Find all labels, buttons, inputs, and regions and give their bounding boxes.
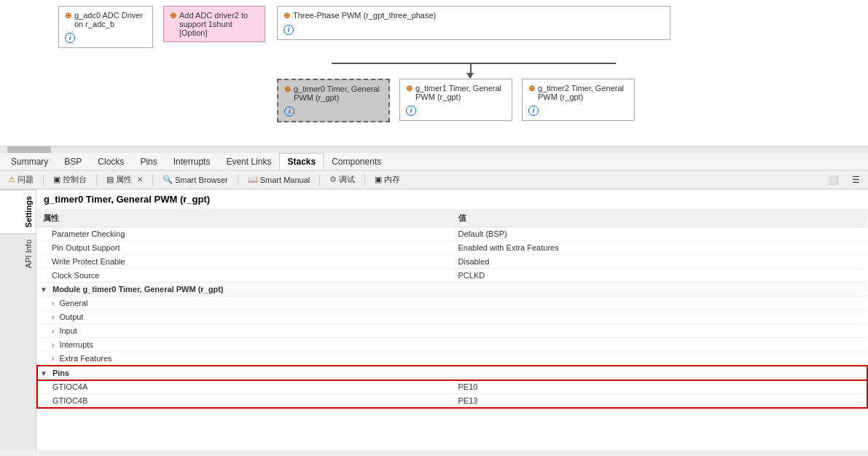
node-timer1-info[interactable]: i <box>406 106 416 116</box>
console-icon: ▣ <box>53 175 60 184</box>
table-row[interactable]: GTIOC4B PE13 <box>37 394 867 409</box>
smart-manual-btn[interactable]: 📖 Smart Manual <box>243 173 315 186</box>
memory-label: 内存 <box>384 174 400 185</box>
chevron-extra-features: › <box>52 355 54 363</box>
tab-summary[interactable]: Summary <box>3 153 56 170</box>
console-btn[interactable]: ▣ 控制台 <box>48 172 92 187</box>
table-row[interactable]: Pin Output Support Enabled with Extra Fe… <box>37 241 867 255</box>
subgroup-output: › Output <box>37 310 453 324</box>
tab-event-links[interactable]: Event Links <box>218 153 279 170</box>
debug-label: 调试 <box>339 174 355 185</box>
group-pins-val <box>453 366 868 380</box>
smart-browser-icon: 🔍 <box>163 175 173 184</box>
tab-stacks[interactable]: Stacks <box>279 153 324 170</box>
node-timer0[interactable]: ⊕ g_timer0 Timer, General PWM (r_gpt) i <box>277 79 390 122</box>
prop-name-pin-out: Pin Output Support <box>37 241 453 255</box>
table-row-module-group[interactable]: ▼ Module g_timer0 Timer, General PWM (r_… <box>37 283 867 296</box>
table-row[interactable]: GTIOC4A PE10 <box>37 380 867 394</box>
tabs-bar: Summary BSP Clocks Pins Interrupts Event… <box>0 153 868 170</box>
sep4 <box>238 174 238 186</box>
node-timer2[interactable]: ⊕ g_timer2 Timer, General PWM (r_gpt) i <box>522 79 635 121</box>
subgroup-general: › General <box>37 296 453 310</box>
panel-title: g_timer0 Timer, General PWM (r_gpt) <box>36 189 868 210</box>
node-adc-driver2[interactable]: ⊕ Add ADC driver2 to support 1shunt [Opt… <box>163 6 265 42</box>
action-icon2: ☰ <box>852 175 860 185</box>
chevron-interrupts: › <box>52 341 54 349</box>
table-row[interactable]: Clock Source PCLKD <box>37 269 867 283</box>
prop-val-clock-source: PCLKD <box>453 269 868 283</box>
node-timer0-title: g_timer0 Timer, General PWM (r_gpt) <box>294 84 383 102</box>
left-tab-settings[interactable]: Settings <box>0 189 36 233</box>
subgroup-extra-features: › Extra Features <box>37 352 453 366</box>
node-adc0[interactable]: ⊕ g_adc0 ADC Driver on r_adc_b i <box>58 6 153 48</box>
properties-icon: ▤ <box>106 175 114 184</box>
node-three-phase[interactable]: ⊕ Three-Phase PWM (r_gpt_three_phase) i <box>277 6 670 40</box>
table-row[interactable]: › Input <box>37 324 867 338</box>
action-icon1: ⬜ <box>828 175 839 185</box>
prop-name-write-protect: Write Protect Enable <box>37 255 453 269</box>
node-three-phase-info[interactable]: i <box>284 25 294 35</box>
sep3 <box>152 174 153 186</box>
memory-btn[interactable]: ▣ 内存 <box>370 172 405 187</box>
main-area: Settings API Info g_timer0 Timer, Genera… <box>0 189 868 450</box>
smart-browser-btn[interactable]: 🔍 Smart Browser <box>157 173 233 186</box>
table-row[interactable]: Parameter Checking Default (BSP) <box>37 227 867 241</box>
tab-bsp[interactable]: BSP <box>56 153 90 170</box>
tab-interrupts[interactable]: Interrupts <box>165 153 219 170</box>
node-adc-driver2-icon: ⊕ <box>170 11 176 20</box>
chevron-pins: ▼ <box>40 369 47 377</box>
arrow-down <box>466 73 474 79</box>
chevron-input: › <box>52 327 54 335</box>
table-row[interactable]: › General <box>37 296 867 310</box>
problems-icon: ⚠ <box>8 175 15 184</box>
problems-label: 问题 <box>17 174 34 185</box>
smart-manual-label: Smart Manual <box>260 176 310 184</box>
console-label: 控制台 <box>63 174 87 185</box>
node-adc-driver2-title: Add ADC driver2 to support 1shunt [Optio… <box>179 11 259 37</box>
debug-btn[interactable]: ⚙ 调试 <box>324 172 360 187</box>
sep2 <box>96 174 97 186</box>
prop-val-param-check: Default (BSP) <box>453 227 868 241</box>
table-row[interactable]: › Output <box>37 310 867 324</box>
node-timer2-icon: ⊕ <box>528 84 535 93</box>
node-adc0-icon: ⊕ <box>65 11 71 20</box>
prop-val-gtioc4b: PE13 <box>453 394 868 409</box>
node-timer1-icon: ⊕ <box>406 84 413 93</box>
table-row[interactable]: Write Protect Enable Disabled <box>37 255 867 269</box>
node-timer1[interactable]: ⊕ g_timer1 Timer, General PWM (r_gpt) i <box>399 79 512 121</box>
problems-btn[interactable]: ⚠ 问题 <box>3 172 39 187</box>
table-row[interactable]: › Extra Features <box>37 352 867 366</box>
toolbar-action-btn1[interactable]: ⬜ <box>823 173 844 187</box>
group-module-name: ▼ Module g_timer0 Timer, General PWM (r_… <box>37 283 453 296</box>
prop-gtioc4a: GTIOC4A <box>37 380 453 394</box>
col-header-attr: 属性 <box>37 210 453 227</box>
table-row[interactable]: › Interrupts <box>37 338 867 352</box>
h-scrollbar[interactable] <box>0 146 868 153</box>
left-tab-api-info[interactable]: API Info <box>0 233 36 274</box>
sep5 <box>319 174 320 186</box>
properties-btn[interactable]: ▤ 属性 ✕ <box>101 172 148 187</box>
properties-label: 属性 <box>116 174 132 185</box>
node-three-phase-title: Three-Phase PWM (r_gpt_three_phase) <box>293 11 436 20</box>
subgroup-interrupts: › Interrupts <box>37 338 453 352</box>
tab-components[interactable]: Components <box>324 153 389 170</box>
table-row-pins-group[interactable]: ▼ Pins <box>37 366 867 380</box>
properties-close[interactable]: ✕ <box>137 176 143 184</box>
debug-icon: ⚙ <box>329 175 337 184</box>
chevron-general: › <box>52 299 54 307</box>
sep6 <box>364 174 365 186</box>
prop-val-pin-out: Enabled with Extra Features <box>453 241 868 255</box>
sep1 <box>43 174 44 186</box>
node-three-phase-icon: ⊕ <box>284 11 290 20</box>
tab-clocks[interactable]: Clocks <box>90 153 132 170</box>
toolbar-action-btn2[interactable]: ☰ <box>847 173 865 187</box>
canvas-area: ⊕ g_adc0 ADC Driver on r_adc_b i ⊕ Add A… <box>0 0 868 153</box>
tab-pins[interactable]: Pins <box>132 153 165 170</box>
group-pins-name: ▼ Pins <box>37 366 453 380</box>
connector-line-h2 <box>470 63 616 64</box>
node-timer0-info[interactable]: i <box>284 106 294 117</box>
prop-name-clock-source: Clock Source <box>37 269 453 283</box>
node-timer2-info[interactable]: i <box>528 106 539 116</box>
scrollbar-thumb[interactable] <box>7 146 51 153</box>
node-adc0-info[interactable]: i <box>65 33 75 43</box>
